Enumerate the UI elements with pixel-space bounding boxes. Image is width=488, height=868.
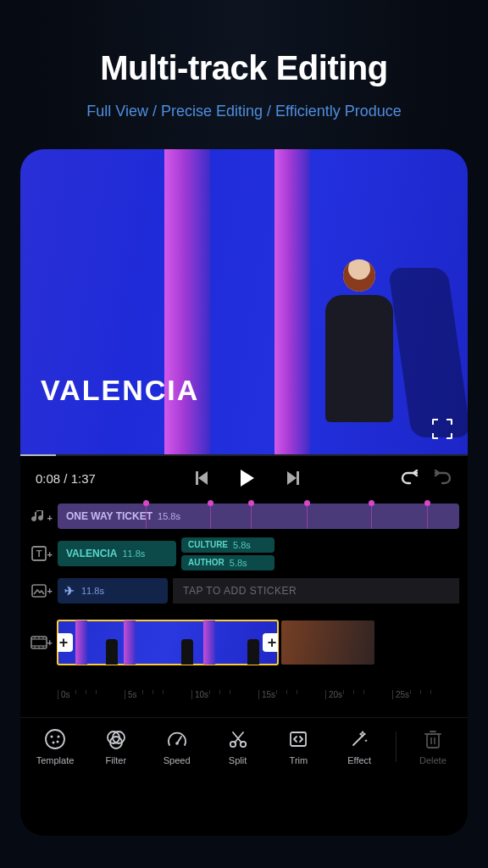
music-clip-duration: 15.8s (158, 511, 180, 521)
template-button[interactable]: Template (29, 728, 81, 765)
video-clip-2[interactable] (281, 620, 374, 665)
ruler-tick: 10s (191, 690, 258, 699)
delete-button[interactable]: Delete (407, 728, 459, 765)
editor-screen: VALENCIA 0:08 / 1:37 + (20, 149, 468, 836)
speed-button[interactable]: Speed (151, 728, 203, 765)
prev-button[interactable] (191, 467, 213, 489)
text-track-row: T + VALENCIA 11.8s CULTURE 5.8s AUTHOR 5… (20, 537, 468, 570)
redo-button[interactable] (430, 467, 452, 489)
text-clip-title: AUTHOR (188, 558, 225, 567)
time-display: 0:08 / 1:37 (36, 471, 96, 486)
music-clip-title: ONE WAY TICKET (66, 510, 152, 522)
tool-label: Split (229, 755, 247, 765)
plane-icon: ✈ (64, 584, 75, 598)
trim-button[interactable]: Trim (272, 728, 324, 765)
video-track-row: + + + 35.8s (20, 612, 468, 673)
music-track-icon[interactable]: + (20, 508, 58, 525)
text-clip-duration: 5.8s (230, 558, 247, 568)
next-button[interactable] (282, 467, 304, 489)
video-clip-selected[interactable]: + + 35.8s (58, 620, 278, 665)
video-preview[interactable]: VALENCIA (20, 149, 468, 454)
sticker-track-icon[interactable]: + (20, 584, 58, 598)
fullscreen-icon[interactable] (432, 419, 452, 439)
add-sticker-prompt[interactable]: TAP TO ADD STICKER (173, 578, 459, 604)
svg-point-14 (58, 736, 60, 738)
text-clip-author[interactable]: AUTHOR 5.8s (181, 555, 274, 570)
svg-rect-27 (427, 734, 439, 748)
tool-label: Filter (106, 755, 126, 765)
hero-subtitle: Full View / Precise Editing / Efficientl… (0, 103, 488, 120)
sticker-track-row: + ✈ 11.8s TAP TO ADD STICKER (20, 575, 468, 607)
music-track-row: + ONE WAY TICKET 15.8s (20, 500, 468, 532)
tool-label: Trim (290, 755, 308, 765)
svg-point-21 (175, 742, 179, 745)
tool-label: Speed (164, 755, 191, 765)
split-button[interactable]: Split (212, 728, 264, 765)
clip-handle-right[interactable]: + (263, 633, 278, 652)
sticker-clip[interactable]: ✈ 11.8s (58, 578, 168, 604)
hero-title: Multi-track Editing (0, 0, 488, 87)
play-button[interactable] (236, 467, 258, 489)
ruler-tick: 20s (325, 690, 392, 699)
clip-handle-left[interactable]: + (58, 633, 73, 652)
filter-button[interactable]: Filter (90, 728, 142, 765)
ruler-tick: 5s (125, 690, 191, 699)
text-clip-title: VALENCIA (66, 548, 117, 559)
undo-button[interactable] (400, 467, 422, 489)
svg-point-16 (57, 741, 59, 743)
svg-rect-26 (291, 732, 306, 746)
text-clip-duration: 5.8s (233, 540, 251, 550)
text-clip-duration: 11.8s (122, 548, 145, 559)
toolbar-separator (396, 732, 396, 762)
play-icon (241, 470, 254, 487)
ruler-tick: 0s (58, 690, 125, 699)
ruler-tick: 25s (392, 690, 459, 699)
sticker-clip-duration: 11.8s (81, 586, 104, 596)
text-track-icon[interactable]: T + (20, 546, 58, 561)
effect-button[interactable]: Effect (333, 728, 385, 765)
time-ruler[interactable]: 0s 5s 10s 15s 20s 25s (20, 690, 468, 705)
svg-text:T: T (36, 548, 42, 559)
video-track-icon[interactable]: + (20, 636, 58, 649)
tool-label: Delete (419, 755, 446, 765)
text-clip-title: CULTURE (188, 540, 228, 549)
tool-label: Effect (347, 755, 371, 765)
text-clip-culture[interactable]: CULTURE 5.8s (181, 537, 274, 553)
svg-point-12 (46, 730, 64, 748)
tool-label: Template (36, 755, 75, 765)
svg-point-13 (51, 736, 53, 738)
ruler-tick: 15s (258, 690, 325, 699)
text-clip-valencia[interactable]: VALENCIA 11.8s (58, 541, 176, 566)
preview-overlay-text: VALENCIA (41, 374, 199, 407)
transport-bar: 0:08 / 1:37 (20, 456, 468, 500)
bottom-toolbar: Template Filter Speed Split Trim Effect (20, 717, 468, 765)
music-clip[interactable]: ONE WAY TICKET 15.8s (58, 504, 459, 529)
svg-point-15 (53, 742, 55, 744)
